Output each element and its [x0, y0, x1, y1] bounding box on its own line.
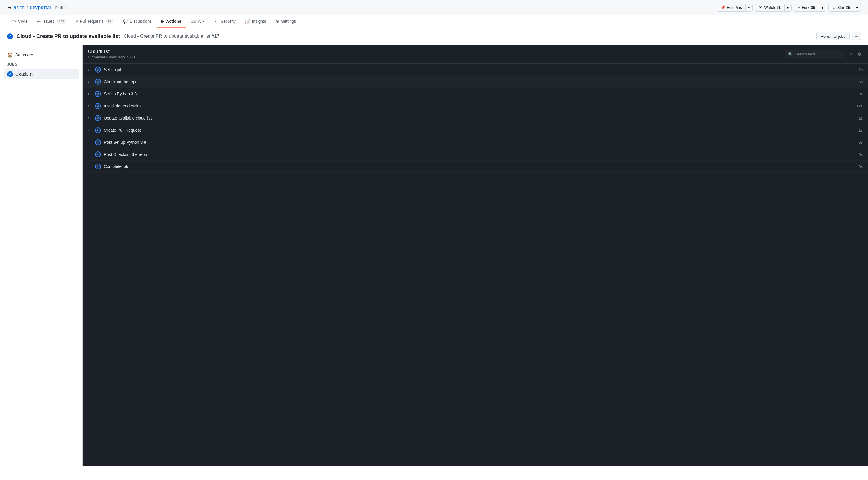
tab-pull-requests[interactable]: ⑂ Pull requests 19 [71, 16, 117, 28]
search-icon: 🔍 [788, 52, 793, 56]
search-wrapper: 🔍 [785, 50, 844, 58]
tab-wiki-label: Wiki [198, 19, 205, 24]
edit-pins-arrow[interactable]: ▾ [745, 4, 753, 11]
workflow-header: ✓ Cloud - Create PR to update available … [0, 28, 868, 45]
log-step-create-pr[interactable]: › ✓ Create Pull Request 1s [83, 124, 868, 137]
log-step-setup-python[interactable]: › ✓ Set up Python 3.8 0s [83, 88, 868, 100]
tab-settings-label: Settings [281, 19, 296, 24]
tab-issues[interactable]: ◎ Issues 173 [33, 16, 70, 28]
log-step-setup-job[interactable]: › ✓ Set up job 2s [83, 64, 868, 76]
star-button[interactable]: ☆ Star 25 [829, 4, 854, 11]
log-step-checkout-repo[interactable]: › ✓ Checkout the repo 3s [83, 76, 868, 88]
search-logs-input[interactable] [785, 50, 844, 58]
chevron-right-icon: › [88, 80, 92, 84]
chevron-right-icon: › [88, 140, 92, 144]
repo-icon [7, 5, 12, 11]
log-subtitle: succeeded 5 hours ago in 22s [88, 55, 135, 59]
pin-icon: 📌 [720, 5, 725, 10]
summary-label: Summary [16, 53, 33, 57]
issues-badge: 173 [56, 19, 66, 24]
log-settings-button[interactable]: ⚙ [856, 50, 863, 58]
step-name-setup-job: Set up job [104, 67, 856, 72]
more-options-button[interactable]: ··· [852, 32, 861, 40]
tab-insights-label: Insights [252, 19, 266, 24]
log-step-update-cloud-list[interactable]: › ✓ Update available cloud list 1s [83, 112, 868, 124]
pr-icon: ⑂ [75, 19, 78, 24]
log-step-post-setup-python[interactable]: › ✓ Post Set up Python 3.8 0s [83, 137, 868, 149]
tab-discussions[interactable]: 💬 Discussions [119, 16, 156, 28]
step-duration-setup-python: 0s [859, 92, 863, 96]
chevron-right-icon: › [88, 116, 92, 120]
top-actions: 📌 Edit Pins ▾ 👁 Watch 61 ▾ ⑂ Fork 35 ▾ [717, 4, 861, 11]
repo-owner-link[interactable]: aiven [13, 5, 25, 10]
settings-icon: ⚙ [276, 19, 279, 24]
step-status-icon-post-checkout-repo: ✓ [95, 151, 101, 157]
chevron-right-icon: › [88, 92, 92, 96]
step-name-setup-python: Set up Python 3.8 [104, 91, 856, 96]
edit-pins-group: 📌 Edit Pins ▾ [717, 4, 753, 11]
repo-name-link[interactable]: devportal [30, 5, 51, 10]
fork-button[interactable]: ⑂ Fork 35 [794, 4, 818, 11]
repo-separator: / [27, 5, 28, 10]
watch-arrow[interactable]: ▾ [784, 4, 792, 11]
tab-discussions-label: Discussions [130, 19, 152, 24]
star-arrow[interactable]: ▾ [854, 4, 861, 11]
tab-settings[interactable]: ⚙ Settings [272, 16, 300, 28]
step-name-post-checkout-repo: Post Checkout the repo [104, 152, 856, 157]
chevron-right-icon: › [88, 68, 92, 72]
step-status-icon-setup-job: ✓ [95, 67, 101, 72]
tab-code[interactable]: <> Code [7, 16, 32, 28]
tab-wiki[interactable]: 📖 Wiki [187, 16, 210, 28]
log-steps: › ✓ Set up job 2s › ✓ Checkout the repo … [83, 64, 868, 466]
log-title-group: CloudList succeeded 5 hours ago in 22s [88, 49, 135, 59]
sidebar-job-cloudlist[interactable]: ✓ CloudList [4, 69, 79, 80]
log-header: CloudList succeeded 5 hours ago in 22s 🔍… [83, 45, 868, 64]
log-step-complete-job[interactable]: › ✓ Complete job 0s [83, 160, 868, 173]
step-name-create-pr: Create Pull Request [104, 128, 856, 132]
step-duration-setup-job: 2s [859, 68, 863, 72]
wiki-icon: 📖 [191, 19, 196, 24]
step-duration-create-pr: 1s [859, 128, 863, 132]
security-icon: 🛡 [215, 19, 219, 24]
tab-actions[interactable]: ▶ Actions [157, 16, 185, 28]
workflow-actions: Re-run all jobs ··· [816, 32, 861, 40]
workflow-status-icon: ✓ [7, 33, 13, 39]
star-count: 25 [846, 5, 850, 10]
fork-arrow[interactable]: ▾ [819, 4, 826, 11]
fork-count: 35 [811, 5, 815, 10]
repo-title: aiven / devportal Public [7, 5, 67, 11]
edit-pins-label: Edit Pins [727, 5, 742, 10]
log-step-post-checkout-repo[interactable]: › ✓ Post Checkout the repo 0s [83, 149, 868, 160]
step-status-icon-create-pr: ✓ [95, 127, 101, 133]
jobs-section-label: Jobs [4, 60, 79, 69]
chevron-right-icon: › [88, 152, 92, 156]
tab-issues-label: Issues [42, 19, 54, 24]
step-duration-checkout-repo: 3s [859, 80, 863, 84]
chevron-right-icon: › [88, 164, 92, 169]
sidebar-summary-item[interactable]: 🏠 Summary [4, 50, 79, 60]
step-status-icon-post-setup-python: ✓ [95, 139, 101, 145]
step-name-post-setup-python: Post Set up Python 3.8 [104, 140, 856, 145]
code-icon: <> [11, 19, 16, 24]
fork-icon: ⑂ [798, 5, 800, 10]
watch-button[interactable]: 👁 Watch 61 [755, 4, 784, 11]
step-name-update-cloud-list: Update available cloud list [104, 116, 856, 120]
log-step-install-deps[interactable]: › ✓ Install dependencies 12s [83, 100, 868, 112]
sidebar: 🏠 Summary Jobs ✓ CloudList [0, 45, 83, 466]
step-name-install-deps: Install dependencies [104, 103, 854, 108]
edit-pins-button[interactable]: 📌 Edit Pins [717, 4, 745, 11]
step-duration-update-cloud-list: 1s [859, 116, 863, 120]
watch-label: Watch [764, 5, 775, 10]
job-name: CloudList [16, 72, 32, 77]
insights-icon: 📈 [245, 19, 250, 24]
step-duration-post-checkout-repo: 0s [859, 152, 863, 157]
tab-security[interactable]: 🛡 Security [211, 16, 240, 28]
step-status-icon-update-cloud-list: ✓ [95, 115, 101, 121]
tab-insights[interactable]: 📈 Insights [241, 16, 270, 28]
workflow-title: Cloud - Create PR to update available li… [17, 33, 120, 39]
rerun-all-jobs-button[interactable]: Re-run all jobs [816, 32, 850, 40]
log-title: CloudList [88, 49, 135, 54]
fork-group: ⑂ Fork 35 ▾ [794, 4, 826, 11]
refresh-button[interactable]: ↻ [847, 50, 853, 58]
actions-icon: ▶ [161, 19, 164, 24]
